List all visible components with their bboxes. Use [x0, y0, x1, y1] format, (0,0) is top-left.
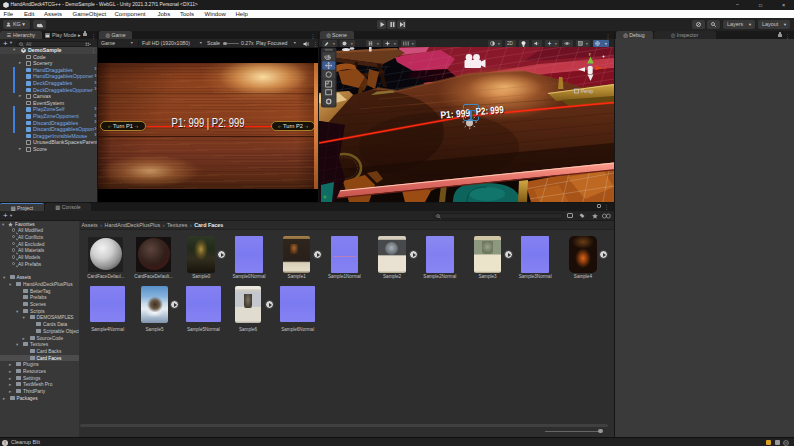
- svg-text:P2: 999: P2: 999: [475, 104, 504, 117]
- svg-text:y: y: [588, 51, 590, 56]
- svg-text:T: T: [466, 108, 476, 123]
- svg-text:Persp: Persp: [581, 89, 593, 94]
